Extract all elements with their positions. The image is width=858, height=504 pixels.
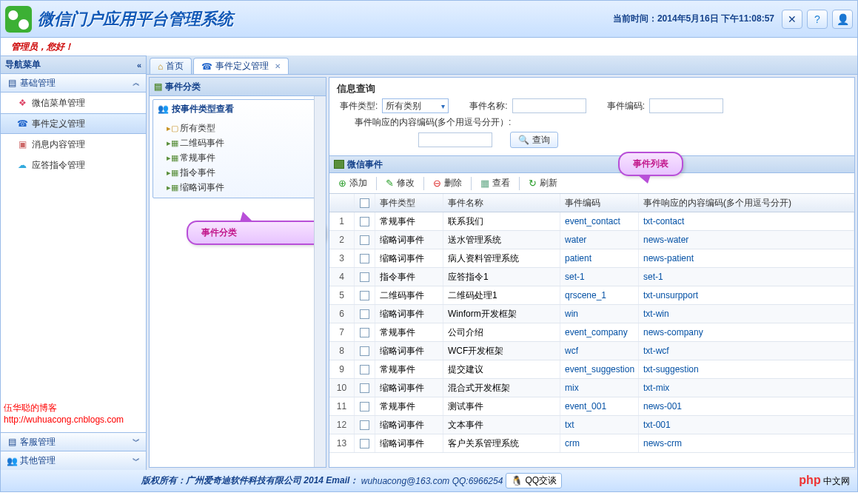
table-row[interactable]: 12缩略词事件文本事件txttxt-001 — [329, 416, 854, 434]
delete-button[interactable]: ⊖删除 — [427, 175, 468, 192]
col-resp[interactable]: 事件响应的内容编码(多个用逗号分开) — [639, 194, 854, 212]
cell-type: 常规事件 — [375, 360, 443, 378]
footer-email[interactable]: wuhuacong@163.com — [358, 476, 452, 486]
minus-icon: ⊖ — [433, 178, 441, 189]
cell-name: 提交建议 — [443, 360, 560, 378]
table-row[interactable]: 3缩略词事件病人资料管理系统patientnews-patient — [329, 249, 854, 268]
cell-resp: set-1 — [639, 268, 854, 286]
category-panel: ▤ 事件分类 👥 按事件类型查看 ▸▢所有类型▸▦二维码事件▸▦常规事件▸▦指令… — [149, 77, 326, 468]
cell-name: 联系我们 — [443, 212, 560, 230]
cell-type: 缩略词事件 — [375, 249, 443, 267]
input-event-resp[interactable] — [418, 132, 492, 147]
tree-item[interactable]: ▸▦二维码事件 — [167, 135, 322, 150]
cell-name: 送水管理系统 — [443, 231, 560, 249]
table-row[interactable]: 10缩略词事件混合式开发框架mixtxt-mix — [329, 379, 854, 397]
table-row[interactable]: 6缩略词事件Winform开发框架wintxt-win — [329, 305, 854, 323]
cell-type: 常规事件 — [375, 323, 443, 341]
blog-link[interactable]: 伍华聪的博客 http://wuhuacong.cnblogs.com — [4, 402, 146, 425]
col-code[interactable]: 事件编码 — [560, 194, 639, 212]
add-button[interactable]: ⊕添加 — [332, 175, 373, 192]
row-index: 8 — [329, 342, 355, 360]
cell-type: 缩略词事件 — [375, 342, 443, 360]
nav-item-message-content[interactable]: ▣ 消息内容管理 — [1, 134, 146, 155]
table-row[interactable]: 11常规事件测试事件event_001news-001 — [329, 397, 854, 416]
input-event-code[interactable] — [649, 98, 723, 113]
col-name[interactable]: 事件名称 — [443, 194, 560, 212]
edit-button[interactable]: ✎修改 — [380, 175, 420, 192]
cell-resp: txt-wcf — [639, 342, 854, 360]
people-icon: 👥 — [158, 104, 169, 114]
table-row[interactable]: 7常规事件公司介绍event_companynews-company — [329, 323, 854, 342]
app-header: 微信门户应用平台管理系统 当前时间： 2014年5月16日 下午11:08:57… — [0, 0, 858, 38]
tab-event-def[interactable]: ☎ 事件定义管理 ✕ — [193, 58, 289, 74]
cell-code: qrscene_1 — [560, 286, 639, 304]
cell-type: 缩略词事件 — [375, 416, 443, 434]
view-button[interactable]: ▦查看 — [475, 175, 516, 192]
home-icon: ⌂ — [158, 61, 163, 72]
select-all-checkbox[interactable] — [360, 198, 369, 208]
table-row[interactable]: 8缩略词事件WCF开发框架wcftxt-wcf — [329, 342, 854, 360]
row-checkbox[interactable] — [360, 383, 369, 393]
label-event-type: 事件类型: — [340, 100, 378, 112]
tree-item[interactable]: ▸▦常规事件 — [167, 150, 322, 165]
row-checkbox[interactable] — [360, 217, 369, 226]
help-icon[interactable]: ? — [807, 10, 828, 29]
row-checkbox[interactable] — [360, 420, 369, 430]
tree-item[interactable]: ▸▦缩略词事件 — [167, 180, 322, 195]
refresh-button[interactable]: ↻刷新 — [523, 175, 563, 192]
row-index: 5 — [329, 286, 355, 304]
row-index: 12 — [329, 416, 355, 434]
category-group-title: 👥 按事件类型查看 — [153, 100, 322, 118]
search-button[interactable]: 🔍 查询 — [510, 132, 558, 148]
row-checkbox[interactable] — [360, 439, 369, 448]
row-checkbox[interactable] — [360, 235, 369, 245]
combo-event-type[interactable]: 所有类别 ▾ — [382, 98, 449, 113]
collapse-sidebar-icon[interactable]: « — [137, 61, 141, 70]
folder-icon: ▸▢ — [167, 124, 178, 133]
phpcn-logo[interactable]: php 中文网 — [799, 474, 850, 488]
nav-item-answer-cmd[interactable]: ☁ 应答指令管理 — [1, 155, 146, 175]
settings-icon[interactable]: ✕ — [782, 10, 802, 29]
cell-name: 测试事件 — [443, 397, 560, 415]
table-row[interactable]: 4指令事件应答指令1set-1set-1 — [329, 268, 854, 286]
row-checkbox[interactable] — [360, 328, 369, 337]
cell-type: 缩略词事件 — [375, 231, 443, 249]
grid-icon — [334, 160, 344, 169]
callout-category: 事件分类 — [187, 221, 326, 245]
tab-home[interactable]: ⌂ 首页 — [150, 58, 192, 74]
nav-item-wechat-menu[interactable]: ❖ 微信菜单管理 — [1, 93, 146, 113]
cell-type: 常规事件 — [375, 397, 443, 415]
row-checkbox[interactable] — [360, 291, 369, 300]
row-checkbox[interactable] — [360, 365, 369, 374]
row-checkbox[interactable] — [360, 254, 369, 263]
input-event-name[interactable] — [512, 98, 586, 113]
tab-strip: ⌂ 首页 ☎ 事件定义管理 ✕ — [147, 56, 857, 75]
cell-type: 指令事件 — [375, 268, 443, 286]
table-row[interactable]: 1常规事件联系我们event_contacttxt-contact — [329, 212, 854, 231]
nav-item-event-def[interactable]: ☎ 事件定义管理 — [1, 113, 146, 134]
table-row[interactable]: 13缩略词事件客户关系管理系统crmnews-crm — [329, 434, 854, 453]
cell-type: 缩略词事件 — [375, 379, 443, 397]
close-tab-icon[interactable]: ✕ — [275, 62, 281, 70]
table-row[interactable]: 9常规事件提交建议event_suggestiontxt-suggestion — [329, 360, 854, 379]
cell-type: 二维码事件 — [375, 286, 443, 304]
scrollbar[interactable] — [314, 96, 326, 467]
row-checkbox[interactable] — [360, 309, 369, 319]
tree-item[interactable]: ▸▢所有类型 — [167, 121, 322, 135]
table-row[interactable]: 2缩略词事件送水管理系统waternews-water — [329, 231, 854, 249]
accordion-basic[interactable]: ▤ 基础管理 ︽ — [1, 74, 146, 93]
accordion-service[interactable]: ▤ 客服管理 ︾ — [1, 433, 146, 451]
current-time-label: 当前时间： — [613, 13, 657, 25]
row-checkbox[interactable] — [360, 402, 369, 411]
phone-icon: ☎ — [16, 118, 29, 129]
accordion-other[interactable]: 👥 其他管理 ︾ — [1, 451, 146, 470]
cell-code: event_suggestion — [560, 360, 639, 378]
row-index: 6 — [329, 305, 355, 323]
tree-item[interactable]: ▸▦指令事件 — [167, 165, 322, 180]
row-checkbox[interactable] — [360, 272, 369, 282]
col-type[interactable]: 事件类型 — [375, 194, 443, 212]
row-checkbox[interactable] — [360, 346, 369, 356]
user-icon[interactable]: 👤 — [832, 10, 853, 29]
qq-chat-button[interactable]: 🐧 QQ交谈 — [506, 473, 562, 488]
table-row[interactable]: 5二维码事件二维码处理1qrscene_1txt-unsurpport — [329, 286, 854, 305]
